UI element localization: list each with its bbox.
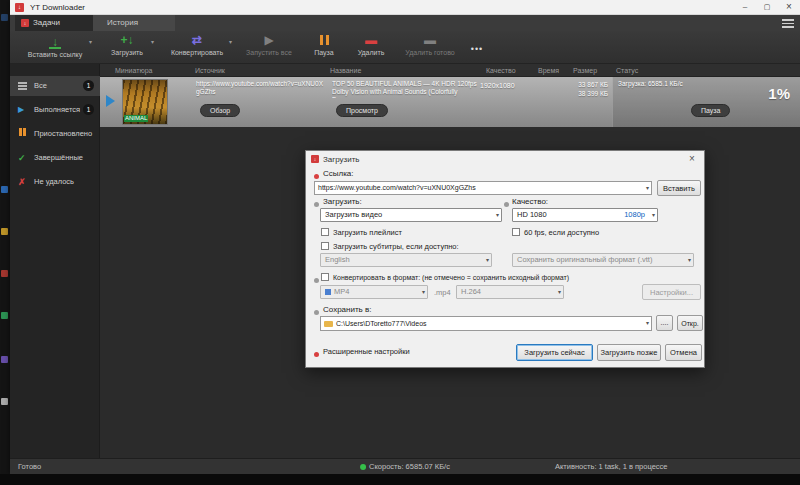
chevron-down-icon xyxy=(422,286,425,298)
download-now-button[interactable]: Загрузить сейчас xyxy=(516,344,593,361)
save-path-input[interactable]: C:\Users\DToretto777\Videos xyxy=(320,316,652,331)
column-name: Название xyxy=(330,64,361,77)
window-title: YT Downloader xyxy=(30,0,85,15)
tab-tasks-label: Задачи xyxy=(33,18,60,27)
tab-tasks[interactable]: ↓ Задачи xyxy=(15,15,93,31)
convert-label: Конвертировать xyxy=(160,48,234,57)
cancel-button[interactable]: Отмена xyxy=(665,344,702,361)
chevron-down-icon xyxy=(558,286,561,298)
subtitles-checkbox[interactable]: Загрузить субтитры, если доступно: xyxy=(321,242,459,252)
pause-icon xyxy=(19,124,27,144)
delete-button[interactable]: ▬ Удалить xyxy=(348,32,394,62)
convert-label: Конвертировать в формат: (не отмечено = … xyxy=(333,274,569,281)
download-button[interactable]: +↓ Загрузить xyxy=(98,32,156,62)
subtitles-format-select[interactable]: Сохранить оригинальный формат (.vtt) xyxy=(512,253,694,267)
convert-dot-icon xyxy=(314,278,319,283)
convert-icon: ⇄ xyxy=(160,32,234,48)
format-value: MP4 xyxy=(334,287,349,296)
chevron-down-icon[interactable] xyxy=(89,38,92,45)
window-titlebar[interactable]: ↓ YT Downloader xyxy=(10,0,800,15)
checkbox[interactable] xyxy=(512,228,520,236)
desktop-icon xyxy=(1,186,8,193)
sidebar-item-label: Все xyxy=(34,76,47,96)
task-title: TOP 50 BEAUTIFUL ANIMALS — 4K HDR 120fps… xyxy=(332,80,478,98)
list-header: Миниатюра Источник Название Качество Вре… xyxy=(100,64,800,77)
task-row[interactable]: ANIMAL https://www.youtube.com/watch?v=u… xyxy=(100,77,800,127)
status-activity: Активность: 1 task, 1 в процессе xyxy=(555,459,668,474)
quality-select[interactable]: HD 10801080p xyxy=(512,208,658,222)
delete-icon: ▬ xyxy=(348,32,394,48)
download-dialog: ↓ Загрузить Ссылка: https://www.youtube.… xyxy=(305,150,705,368)
tab-history[interactable]: История xyxy=(93,15,175,31)
link-input[interactable]: https://www.youtube.com/watch?v=uXNU0XgG… xyxy=(314,181,652,195)
checkbox[interactable] xyxy=(321,228,329,236)
pause-label: Пауза xyxy=(304,48,344,57)
download-mode-select[interactable]: Загрузить видео xyxy=(320,208,502,222)
close-button[interactable] xyxy=(778,0,800,15)
delete-done-button[interactable]: ▬ Удалить готово xyxy=(398,32,462,62)
size-downloaded: 33 867 КБ xyxy=(542,81,608,90)
overview-button[interactable]: Обзор xyxy=(200,104,240,117)
chevron-down-icon[interactable] xyxy=(151,38,154,45)
status-text: Загрузка: 6585.1 КБ/с xyxy=(618,80,683,87)
sidebar-item-completed[interactable]: ✓ Завершённые xyxy=(10,148,100,168)
preview-button[interactable]: Просмотр xyxy=(336,104,388,117)
desktop-icon xyxy=(1,228,8,235)
size-total: 38 399 КБ xyxy=(542,90,608,99)
dialog-close-icon[interactable] xyxy=(685,151,699,167)
pause-icon xyxy=(304,32,344,48)
format-select[interactable]: MP4 xyxy=(320,285,428,299)
chevron-down-icon[interactable] xyxy=(646,317,649,329)
task-sizes: 33 867 КБ 38 399 КБ xyxy=(542,81,608,98)
download-later-button[interactable]: Загрузить позже xyxy=(597,344,661,361)
start-all-button[interactable]: ▶ Запустить все xyxy=(238,32,300,62)
paste-link-label: Вставить ссылку xyxy=(16,50,94,59)
row-pause-button[interactable]: Пауза xyxy=(691,104,730,117)
codec-select[interactable]: H.264 xyxy=(456,285,564,299)
chevron-down-icon[interactable] xyxy=(229,38,232,45)
open-folder-button[interactable]: Откр. xyxy=(677,315,703,331)
cross-icon: ✗ xyxy=(18,172,26,192)
minimize-button[interactable] xyxy=(734,0,756,15)
menu-icon[interactable] xyxy=(782,19,794,28)
advanced-settings-link[interactable]: Расширенные настройки xyxy=(323,347,410,356)
subtitles-language-select[interactable]: English xyxy=(320,253,492,267)
convert-checkbox[interactable]: Конвертировать в формат: (не отмечено = … xyxy=(321,273,569,283)
checkbox[interactable] xyxy=(321,242,329,250)
folder-icon xyxy=(324,321,333,327)
pause-button[interactable]: Пауза xyxy=(304,32,344,62)
chevron-down-icon xyxy=(652,209,655,221)
sidebar-item-all[interactable]: Все 1 xyxy=(10,76,100,96)
browse-button[interactable]: .... xyxy=(656,315,673,331)
paste-button[interactable]: Вставить xyxy=(657,180,701,196)
desktop-icon xyxy=(1,312,8,319)
app-icon: ↓ xyxy=(15,3,24,12)
save-to-label: Сохранить в: xyxy=(323,305,371,314)
task-thumbnail[interactable]: ANIMAL xyxy=(122,79,168,125)
settings-button[interactable]: Настройки... xyxy=(642,284,701,300)
sidebar-item-label: Приостановлено xyxy=(34,124,92,144)
playlist-checkbox[interactable]: Загрузить плейлист xyxy=(321,228,402,238)
download-icon: +↓ xyxy=(98,32,156,48)
convert-button[interactable]: ⇄ Конвертировать xyxy=(160,32,234,62)
toolbar: ↓ Вставить ссылку +↓ Загрузить ⇄ Конверт… xyxy=(10,31,800,64)
column-quality: Качество xyxy=(486,64,516,77)
speed-dot-icon xyxy=(360,464,366,470)
delete-done-icon: ▬ xyxy=(398,32,462,48)
task-status-cell: Загрузка: 6585.1 КБ/с 1% Пауза xyxy=(612,77,800,127)
maximize-button[interactable] xyxy=(756,0,778,15)
subtitles-format-value: Сохранить оригинальный формат (.vtt) xyxy=(517,255,652,264)
playing-indicator-icon xyxy=(106,95,115,107)
sidebar-item-running[interactable]: ▶ Выполняется 1 xyxy=(10,100,100,120)
task-quality: 1920x1080 xyxy=(480,82,515,89)
chevron-down-icon xyxy=(688,254,691,266)
sidebar-item-paused[interactable]: Приостановлено xyxy=(10,124,100,144)
checkbox[interactable] xyxy=(321,273,329,281)
link-value: https://www.youtube.com/watch?v=uXNU0XgG… xyxy=(318,184,476,191)
paste-link-button[interactable]: ↓ Вставить ссылку xyxy=(16,32,94,62)
check-icon: ✓ xyxy=(18,148,26,168)
sidebar-item-failed[interactable]: ✗ Не удалось xyxy=(10,172,100,192)
more-button[interactable] xyxy=(466,32,488,62)
fps-checkbox[interactable]: 60 fps, если доступно xyxy=(512,228,599,238)
chevron-down-icon[interactable] xyxy=(646,182,649,194)
